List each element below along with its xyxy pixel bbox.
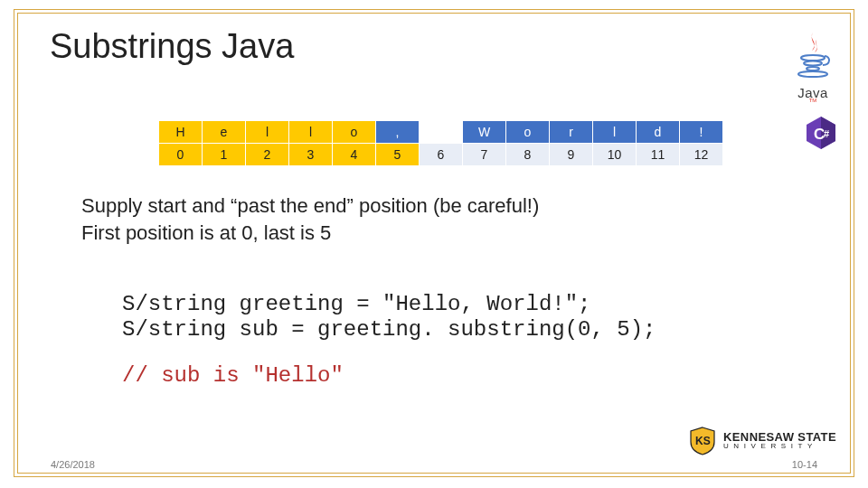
char-cell: l (246, 121, 289, 144)
body-text: Supply start and “past the end” position… (81, 192, 539, 246)
slide-title: Substrings Java (50, 27, 294, 66)
ksu-shield-icon: KS (687, 426, 718, 456)
char-cell: r (550, 121, 593, 144)
java-logo-icon: Java TM (792, 31, 834, 103)
ksu-logo: KS KENNESAW STATE UNIVERSITY (687, 426, 836, 456)
index-cell: 0 (159, 144, 203, 166)
index-table: Hello,World! 0123456789101112 (158, 120, 723, 166)
ksu-sub: UNIVERSITY (723, 443, 836, 450)
svg-point-2 (807, 67, 819, 70)
svg-point-1 (804, 61, 822, 66)
char-cell: ! (680, 121, 723, 144)
csharp-logo-icon: C # (804, 116, 838, 150)
code-line-2: S/string sub = greeting. substring(0, 5)… (122, 317, 656, 342)
index-cell: 11 (637, 144, 680, 166)
body-line-1: Supply start and “past the end” position… (81, 192, 539, 220)
index-cell: 2 (246, 144, 289, 166)
char-cell (420, 121, 463, 144)
index-cell: 5 (376, 144, 420, 166)
char-cell: W (463, 121, 506, 144)
index-cell: 7 (463, 144, 506, 166)
svg-text:#: # (824, 128, 829, 139)
code-comment: // sub is "Hello" (122, 363, 344, 388)
char-cell: e (203, 121, 246, 144)
index-cell: 4 (333, 144, 376, 166)
svg-point-3 (798, 71, 827, 77)
char-cell: l (289, 121, 333, 144)
char-cell: d (637, 121, 680, 144)
index-cell: 1 (203, 144, 246, 166)
footer-date: 4/26/2018 (51, 459, 95, 470)
char-cell: , (376, 121, 420, 144)
svg-text:KS: KS (695, 435, 711, 447)
char-cell: l (593, 121, 637, 144)
char-cell: o (506, 121, 550, 144)
index-cell: 8 (506, 144, 550, 166)
body-line-2: First position is at 0, last is 5 (81, 220, 539, 247)
index-cell: 9 (550, 144, 593, 166)
svg-point-0 (801, 55, 825, 61)
index-cell: 3 (289, 144, 333, 166)
code-line-1: S/string greeting = "Hello, World!"; (122, 292, 590, 316)
index-cell: 6 (420, 144, 463, 166)
index-cell: 12 (680, 144, 723, 166)
footer-page: 10-14 (792, 459, 817, 470)
char-cell: H (159, 121, 203, 144)
char-cell: o (333, 121, 376, 144)
index-cell: 10 (593, 144, 637, 166)
